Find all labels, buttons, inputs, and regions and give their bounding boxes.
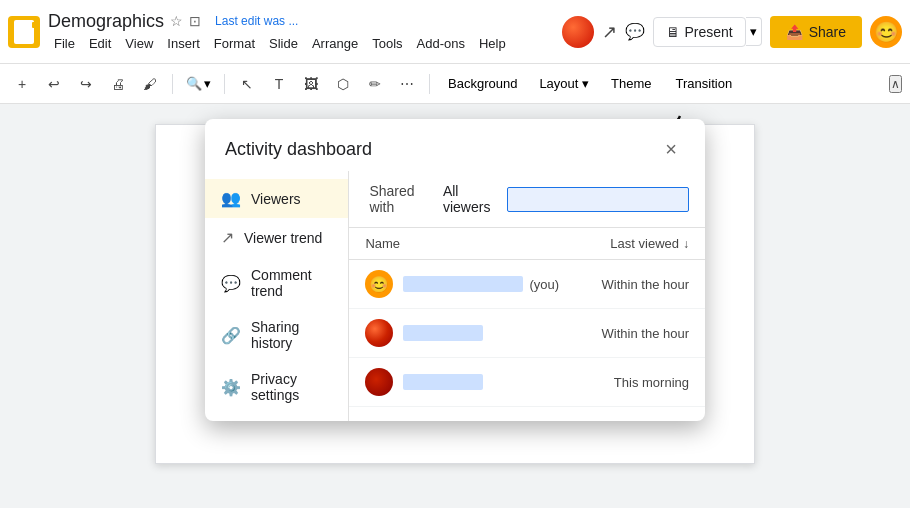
sidebar-label-comment-trend: Comment trend <box>251 267 332 299</box>
menu-help[interactable]: Help <box>473 34 512 53</box>
viewer-search-input[interactable] <box>507 187 689 212</box>
sort-icon: ↓ <box>683 237 689 251</box>
sidebar-item-privacy-settings[interactable]: ⚙️ Privacy settings <box>205 361 348 413</box>
name-placeholder-3 <box>403 374 483 390</box>
sharing-history-icon: 🔗 <box>221 326 241 345</box>
table-header: Name Last viewed ↓ <box>349 228 705 260</box>
row-avatar-smiley: 😊 <box>365 270 393 298</box>
row-name-area-2 <box>403 325 559 341</box>
modal-header: Activity dashboard × <box>205 119 705 171</box>
menu-slide[interactable]: Slide <box>263 34 304 53</box>
sidebar-label-privacy-settings: Privacy settings <box>251 371 332 403</box>
background-button[interactable]: Background <box>438 72 527 95</box>
sidebar-label-viewer-trend: Viewer trend <box>244 230 322 246</box>
toolbar-sep-3 <box>429 74 430 94</box>
viewers-icon: 👥 <box>221 189 241 208</box>
app-icon[interactable] <box>8 16 40 48</box>
row-name-area-3 <box>403 374 559 390</box>
sidebar-item-viewers[interactable]: 👥 Viewers <box>205 179 348 218</box>
modal-sidebar: 👥 Viewers ↗ Viewer trend 💬 Comment trend… <box>205 171 349 421</box>
toolbar-print[interactable]: 🖨 <box>104 70 132 98</box>
present-dropdown-button[interactable]: ▾ <box>746 17 762 46</box>
present-label: Present <box>684 24 732 40</box>
present-control: 🖥 Present ▾ <box>653 17 761 47</box>
menu-arrange[interactable]: Arrange <box>306 34 364 53</box>
name-placeholder-2 <box>403 325 483 341</box>
toolbar-image[interactable]: 🖼 <box>297 70 325 98</box>
menu-edit[interactable]: Edit <box>83 34 117 53</box>
theme-button[interactable]: Theme <box>601 72 661 95</box>
present-monitor-icon: 🖥 <box>666 24 680 40</box>
tab-all-viewers[interactable]: All viewers <box>439 179 499 219</box>
top-right-controls: ↗ 💬 🖥 Present ▾ 📤 Share 😊 <box>562 16 902 48</box>
app-icon-inner <box>14 20 34 44</box>
menu-bar: File Edit View Insert Format Slide Arran… <box>48 34 562 53</box>
comment-trend-icon: 💬 <box>221 274 241 293</box>
last-edit-link[interactable]: Last edit was ... <box>215 14 298 28</box>
modal-close-button[interactable]: × <box>657 135 685 163</box>
sidebar-item-viewer-trend[interactable]: ↗ Viewer trend <box>205 218 348 257</box>
layout-button[interactable]: Layout ▾ <box>531 72 597 95</box>
comment-icon[interactable]: 💬 <box>625 22 645 41</box>
share-label: Share <box>809 24 846 40</box>
tab-shared-with[interactable]: Shared with <box>365 179 431 219</box>
row-avatar-red1 <box>365 319 393 347</box>
menu-view[interactable]: View <box>119 34 159 53</box>
toolbar-undo[interactable]: ↩ <box>40 70 68 98</box>
toolbar-sep-2 <box>224 74 225 94</box>
table-row: This morning <box>349 358 705 407</box>
menu-insert[interactable]: Insert <box>161 34 206 53</box>
row-viewed-3: This morning <box>569 375 689 390</box>
toolbar-cursor[interactable]: ↖ <box>233 70 261 98</box>
trend-icon[interactable]: ↗ <box>602 21 617 43</box>
toolbar-shapes[interactable]: ⬡ <box>329 70 357 98</box>
history-icon[interactable]: ⊡ <box>189 13 201 29</box>
star-icon[interactable]: ☆ <box>170 13 183 29</box>
modal-title: Activity dashboard <box>225 139 372 160</box>
toolbar-collapse-button[interactable]: ∧ <box>889 75 902 93</box>
table-row: Within the hour <box>349 309 705 358</box>
menu-addons[interactable]: Add-ons <box>411 34 471 53</box>
row-viewed-1: Within the hour <box>569 277 689 292</box>
sidebar-label-sharing-history: Sharing history <box>251 319 332 351</box>
toolbar-text[interactable]: T <box>265 70 293 98</box>
activity-dashboard-modal: Activity dashboard × 👥 Viewers ↗ Viewer … <box>205 119 705 421</box>
you-label: (you) <box>529 277 559 292</box>
sidebar-label-viewers: Viewers <box>251 191 301 207</box>
modal-content: Shared with All viewers Name Last viewed… <box>349 171 705 421</box>
toolbar-redo[interactable]: ↪ <box>72 70 100 98</box>
menu-tools[interactable]: Tools <box>366 34 408 53</box>
sidebar-item-comment-trend[interactable]: 💬 Comment trend <box>205 257 348 309</box>
share-button[interactable]: 📤 Share <box>770 16 862 48</box>
menu-file[interactable]: File <box>48 34 81 53</box>
toolbar-add[interactable]: + <box>8 70 36 98</box>
toolbar-more[interactable]: ⋯ <box>393 70 421 98</box>
toolbar-sep-1 <box>172 74 173 94</box>
name-placeholder-1 <box>403 276 523 292</box>
row-name-area-1: (you) <box>403 276 559 292</box>
toolbar-line[interactable]: ✏ <box>361 70 389 98</box>
col-name-header: Name <box>365 236 610 251</box>
doc-title: Demographics <box>48 11 164 32</box>
toolbar-paint[interactable]: 🖌 <box>136 70 164 98</box>
zoom-select[interactable]: 🔍 ▾ <box>181 73 216 94</box>
tabs-row: Shared with All viewers <box>349 171 705 228</box>
account-avatar[interactable]: 😊 <box>870 16 902 48</box>
present-button[interactable]: 🖥 Present <box>653 17 745 47</box>
sidebar-item-sharing-history[interactable]: 🔗 Sharing history <box>205 309 348 361</box>
user-avatar-top[interactable] <box>562 16 594 48</box>
table-row: 😊 (you) Within the hour <box>349 260 705 309</box>
modal-overlay: Activity dashboard × 👥 Viewers ↗ Viewer … <box>0 104 910 508</box>
row-viewed-2: Within the hour <box>569 326 689 341</box>
modal-body: 👥 Viewers ↗ Viewer trend 💬 Comment trend… <box>205 171 705 421</box>
row-avatar-red2 <box>365 368 393 396</box>
canvas-area: Activity dashboard × 👥 Viewers ↗ Viewer … <box>0 104 910 508</box>
doc-title-area: Demographics ☆ ⊡ Last edit was ... File … <box>48 11 562 53</box>
menu-format[interactable]: Format <box>208 34 261 53</box>
privacy-settings-icon: ⚙️ <box>221 378 241 397</box>
zoom-icon: 🔍 <box>186 76 202 91</box>
top-bar: Demographics ☆ ⊡ Last edit was ... File … <box>0 0 910 64</box>
col-viewed-header: Last viewed ↓ <box>610 236 689 251</box>
share-icon: 📤 <box>786 24 803 40</box>
transition-button[interactable]: Transition <box>666 72 743 95</box>
